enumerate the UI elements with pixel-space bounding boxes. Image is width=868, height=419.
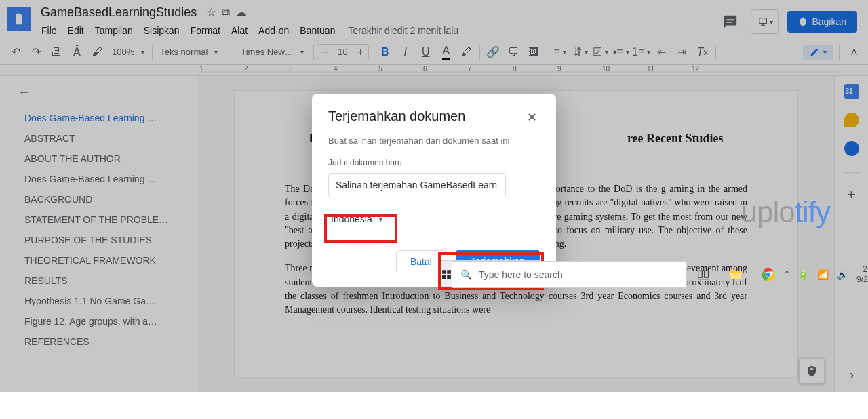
menu-insert[interactable]: Sisipkan [139, 22, 184, 39]
redo-button[interactable]: ↷ [26, 43, 46, 62]
outline-item[interactable]: —Does Game-Based Learning … [9, 108, 193, 128]
last-edit-link[interactable]: Terakhir diedit 2 menit lalu [341, 22, 465, 39]
cancel-button[interactable]: Batal [396, 250, 446, 273]
move-icon[interactable]: ⧉ [222, 6, 230, 20]
outline-item[interactable]: RESULTS [9, 271, 193, 291]
format-paint-button[interactable]: 🖌 [87, 43, 107, 62]
style-select[interactable]: Teks normal [155, 43, 230, 61]
tasks-icon[interactable] [844, 141, 859, 156]
comment-history-icon[interactable] [718, 9, 743, 34]
star-icon[interactable]: ☆ [206, 5, 216, 20]
present-button[interactable]: ▾ [751, 9, 779, 34]
menu-addons[interactable]: Add-on [254, 22, 294, 39]
share-button-label: Bagikan [812, 16, 846, 27]
menu-help[interactable]: Bantuan [295, 22, 340, 39]
checklist-button[interactable]: ☑ [591, 43, 611, 62]
undo-button[interactable]: ↶ [5, 43, 26, 62]
menu-edit[interactable]: Edit [63, 22, 89, 39]
menu-view[interactable]: Tampilan [90, 22, 138, 39]
bold-button[interactable]: B [375, 43, 395, 62]
outline-back-button[interactable]: ← [9, 84, 193, 100]
editing-mode-button[interactable]: ▾ [803, 45, 833, 60]
highlight-button[interactable]: 🖍 [456, 43, 477, 62]
outline-item[interactable]: Hypothesis 1.1 No Game Ga… [9, 291, 193, 311]
input-label: Judul dokumen baru [328, 158, 540, 167]
indent-increase-button[interactable]: ⇥ [672, 43, 692, 62]
explore-button[interactable] [799, 358, 825, 384]
menu-format[interactable]: Format [186, 22, 225, 39]
calendar-icon[interactable] [844, 84, 859, 99]
outline-item[interactable]: Does Game-Based Learning … [9, 169, 193, 189]
side-panel: + [834, 76, 868, 392]
font-select[interactable]: Times New… [236, 43, 311, 61]
new-title-input[interactable] [328, 173, 506, 197]
outline-item[interactable]: STATEMENT OF THE PROBLE… [9, 210, 193, 230]
outline-item[interactable]: BACKGROUND [9, 189, 193, 210]
share-button[interactable]: Bagikan [787, 11, 857, 33]
menu-file[interactable]: File [37, 22, 62, 39]
dialog-title: Terjemahkan dokumen [328, 108, 465, 124]
insert-comment-button[interactable]: 🗨 [503, 43, 524, 62]
insert-link-button[interactable]: 🔗 [483, 43, 503, 62]
translate-button[interactable]: Terjemahkan [456, 250, 540, 273]
text-color-button[interactable]: A [436, 43, 456, 62]
translate-dialog: Terjemahkan dokumen ✕ Buat salinan terje… [312, 94, 556, 287]
close-icon[interactable]: ✕ [524, 108, 540, 126]
doc-title[interactable]: GameBasedLearningStudies [37, 4, 201, 21]
print-button[interactable]: 🖶 [46, 43, 66, 62]
bulleted-list-button[interactable]: •≡ [611, 43, 631, 62]
dialog-description: Buat salinan terjemahan dari dokumen saa… [328, 136, 540, 146]
cloud-icon[interactable]: ☁ [235, 5, 247, 20]
outline-item[interactable]: THEORETICAL FRAMEWORK [9, 250, 193, 271]
docs-logo[interactable] [7, 7, 31, 31]
line-spacing-button[interactable]: ⇵ [570, 43, 591, 62]
language-select[interactable]: Indonesia [328, 208, 385, 230]
outline-item[interactable]: PURPOSE OF THE STUDIES [9, 230, 193, 250]
indent-decrease-button[interactable]: ⇤ [652, 43, 672, 62]
outline-panel: ← —Does Game-Based Learning … ABSTRACT A… [0, 76, 198, 392]
outline-item[interactable]: REFERENCES [9, 332, 193, 352]
menu-tools[interactable]: Alat [226, 22, 252, 39]
add-addon-button[interactable]: + [844, 186, 860, 203]
zoom-select[interactable]: 100% [107, 43, 149, 61]
numbered-list-button[interactable]: 1≡ [631, 43, 652, 62]
outline-item[interactable]: Figure 12. Age groups, with a… [9, 311, 193, 332]
font-size-decrease[interactable]: − [317, 43, 332, 62]
outline-item[interactable]: ABOUT THE AUTHOR [9, 148, 193, 169]
italic-button[interactable]: I [395, 43, 416, 62]
expand-toolbar-button[interactable]: ᐱ [845, 43, 863, 61]
align-button[interactable]: ≡ [550, 43, 570, 62]
ruler[interactable]: 1 2 3 4 5 6 7 8 9 10 11 12 [0, 65, 868, 76]
font-size-value[interactable]: 10 [332, 47, 353, 57]
hide-side-panel-button[interactable]: › [844, 366, 860, 382]
font-size-increase[interactable]: + [353, 43, 368, 62]
underline-button[interactable]: U [416, 43, 436, 62]
spellcheck-button[interactable]: Ӑ [66, 43, 87, 62]
clear-format-button[interactable]: Tx [692, 43, 713, 62]
insert-image-button[interactable]: 🖼 [524, 43, 544, 62]
keep-icon[interactable] [844, 113, 859, 127]
outline-item[interactable]: ABSTRACT [9, 128, 193, 148]
